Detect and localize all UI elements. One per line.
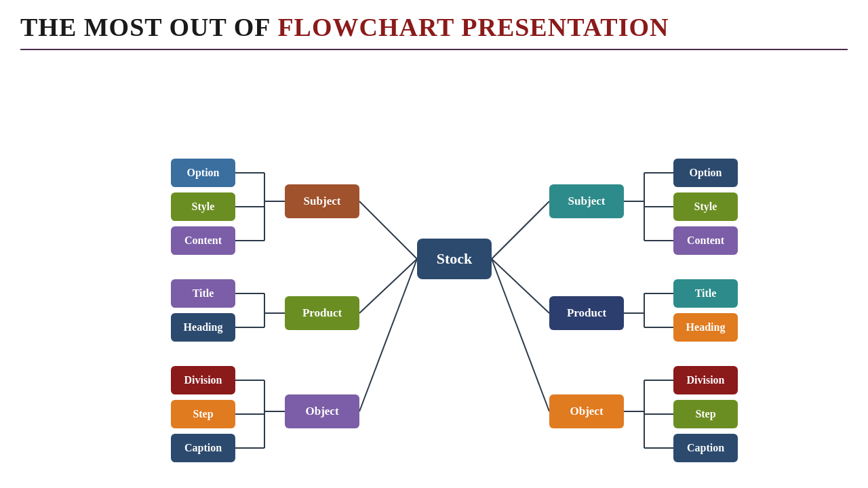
svg-line-5 — [492, 259, 549, 411]
node-product-right: Product — [549, 296, 624, 330]
node-division-right: Division — [673, 366, 738, 394]
title-bar: THE MOST OUT OF FLOWCHART PRESENTATION — [20, 12, 848, 42]
node-division-left: Division — [171, 366, 235, 394]
chart-area: Stock Subject Product Object Subject Pro… — [20, 56, 848, 469]
node-step-left: Step — [171, 400, 235, 428]
node-subject-right: Subject — [549, 184, 624, 218]
node-step-right: Step — [673, 400, 738, 428]
svg-line-0 — [359, 201, 417, 259]
node-caption-left: Caption — [171, 434, 235, 462]
svg-line-2 — [359, 259, 417, 411]
svg-line-3 — [492, 201, 549, 259]
svg-line-4 — [492, 259, 549, 313]
node-style-left: Style — [171, 192, 235, 221]
node-heading-right: Heading — [673, 313, 738, 342]
node-option-left: Option — [171, 159, 235, 187]
title-divider — [20, 49, 848, 50]
svg-line-1 — [359, 259, 417, 313]
page: THE MOST OUT OF FLOWCHART PRESENTATION — [0, 0, 868, 488]
node-object-left: Object — [285, 394, 359, 428]
node-heading-left: Heading — [171, 313, 235, 342]
node-stock: Stock — [417, 239, 492, 279]
title-highlight: FLOWCHART PRESENTATION — [277, 12, 669, 42]
node-subject-left: Subject — [285, 184, 359, 218]
node-caption-right: Caption — [673, 434, 738, 462]
node-style-right: Style — [673, 192, 738, 221]
node-title-left: Title — [171, 279, 235, 308]
node-title-right: Title — [673, 279, 738, 308]
node-content-left: Content — [171, 226, 235, 255]
node-content-right: Content — [673, 226, 738, 255]
node-object-right: Object — [549, 394, 624, 428]
node-product-left: Product — [285, 296, 359, 330]
title-prefix: THE MOST OUT OF — [20, 12, 271, 42]
node-option-right: Option — [673, 159, 738, 187]
